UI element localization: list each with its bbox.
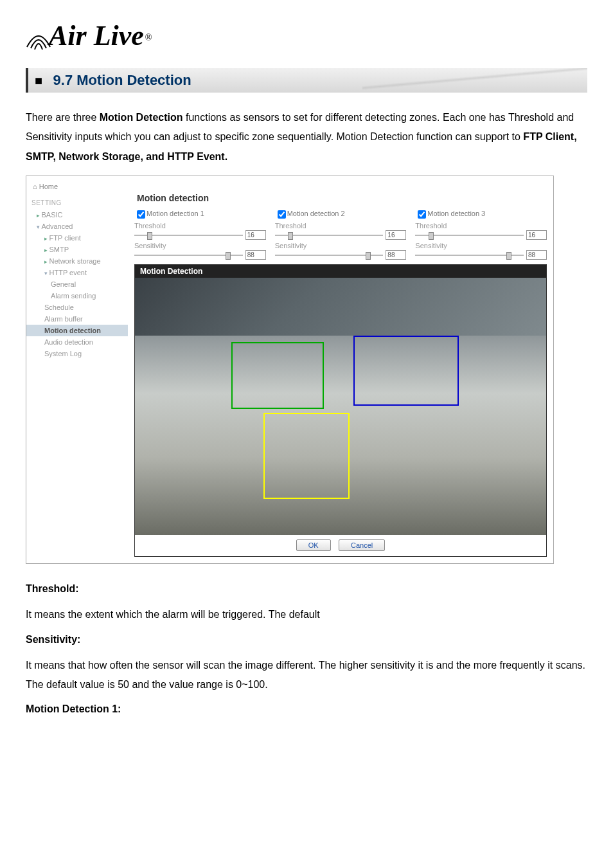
motion3-sensitivity-label: Sensitivity — [415, 242, 547, 249]
section-title: 9.7 Motion Detection — [53, 72, 191, 88]
threshold-heading: Threshold: — [26, 583, 587, 595]
registered-icon: ® — [145, 33, 152, 43]
sidebar-item-motion-detection[interactable]: Motion detection — [26, 325, 128, 336]
sidebar-item-basic[interactable]: BASIC — [26, 209, 128, 221]
motion3-threshold-value[interactable]: 16 — [526, 230, 547, 240]
sensitivity-text: It means that how often the sensor will … — [26, 656, 587, 695]
preview-title: Motion Detection — [135, 265, 546, 278]
motion1-threshold-label: Threshold — [134, 222, 266, 230]
sidebar-item-http-event[interactable]: HTTP event — [26, 267, 128, 278]
motion1-sensitivity-value[interactable]: 88 — [245, 250, 266, 260]
detection-zone-3[interactable] — [263, 413, 350, 499]
motion2-threshold-label: Threshold — [275, 222, 407, 230]
sidebar-item-alarm-sending[interactable]: Alarm sending — [26, 290, 128, 302]
motion-col-3: Motion detection 3 Threshold 16 Sensitiv… — [415, 208, 547, 262]
motion1-threshold-slider[interactable] — [134, 235, 243, 236]
sidebar-item-schedule[interactable]: Schedule — [26, 302, 128, 313]
sidebar-item-system-log[interactable]: System Log — [26, 348, 128, 359]
motion1-label: Motion detection 1 — [147, 210, 204, 218]
section-header: 9.7 Motion Detection — [26, 68, 587, 93]
main-title: Motion detection — [134, 180, 547, 208]
main-panel: Motion detection Motion detection 1 Thre… — [128, 176, 553, 563]
detection-zone-2[interactable] — [353, 336, 459, 406]
sensitivity-heading: Sensitivity: — [26, 634, 587, 646]
motion3-sensitivity-slider[interactable] — [415, 255, 524, 256]
logo-text: Air Live — [49, 19, 144, 52]
motion-col-2: Motion detection 2 Threshold 16 Sensitiv… — [275, 208, 407, 262]
intro-text-a: There are three — [26, 112, 100, 123]
motion2-sensitivity-value[interactable]: 88 — [386, 250, 406, 260]
sidebar-item-alarm-buffer[interactable]: Alarm buffer — [26, 313, 128, 325]
motion3-threshold-slider[interactable] — [415, 235, 524, 236]
sidebar: Home SETTING BASIC Advanced FTP client S… — [26, 176, 128, 563]
motion1-sensitivity-label: Sensitivity — [134, 242, 266, 249]
camera-preview[interactable] — [135, 278, 546, 535]
sidebar-item-network-storage[interactable]: Network storage — [26, 255, 128, 267]
motion3-label: Motion detection 3 — [427, 210, 485, 218]
motion3-checkbox[interactable] — [418, 210, 426, 219]
motion-settings-row: Motion detection 1 Threshold 16 Sensitiv… — [134, 208, 547, 262]
cancel-button[interactable]: Cancel — [339, 539, 385, 551]
motion2-label: Motion detection 2 — [287, 210, 345, 218]
preview-ceiling — [135, 278, 546, 336]
logo: Air Live ® — [26, 19, 587, 52]
sidebar-item-advanced[interactable]: Advanced — [26, 221, 128, 232]
header-decoration — [362, 68, 587, 93]
wifi-arcs-icon — [26, 26, 51, 48]
home-link[interactable]: Home — [26, 180, 128, 197]
sidebar-heading: SETTING — [26, 197, 128, 209]
sidebar-item-ftp-client[interactable]: FTP client — [26, 232, 128, 244]
motion1-heading: Motion Detection 1: — [26, 703, 587, 715]
preview-buttons: OK Cancel — [135, 535, 546, 556]
motion2-sensitivity-slider[interactable] — [275, 255, 384, 256]
motion2-threshold-slider[interactable] — [275, 235, 384, 236]
motion3-sensitivity-value[interactable]: 88 — [526, 250, 547, 260]
motion2-checkbox[interactable] — [278, 210, 286, 219]
motion1-threshold-value[interactable]: 16 — [245, 230, 266, 240]
motion1-checkbox[interactable] — [137, 210, 145, 219]
settings-ui-screenshot: Home SETTING BASIC Advanced FTP client S… — [26, 176, 554, 564]
motion3-threshold-label: Threshold — [415, 222, 547, 230]
sidebar-item-smtp[interactable]: SMTP — [26, 244, 128, 255]
intro-paragraph: There are three Motion Detection functio… — [26, 108, 587, 167]
ok-button[interactable]: OK — [296, 539, 331, 551]
detection-zone-1[interactable] — [231, 342, 324, 409]
motion-col-1: Motion detection 1 Threshold 16 Sensitiv… — [134, 208, 266, 262]
sidebar-item-audio-detection[interactable]: Audio detection — [26, 336, 128, 348]
motion2-threshold-value[interactable]: 16 — [386, 230, 406, 240]
threshold-text: It means the extent which the alarm will… — [26, 605, 587, 624]
intro-bold-1: Motion Detection — [100, 112, 183, 123]
motion1-sensitivity-slider[interactable] — [134, 255, 243, 256]
sidebar-item-general[interactable]: General — [26, 278, 128, 290]
motion2-sensitivity-label: Sensitivity — [275, 242, 407, 249]
preview-panel: Motion Detection OK Cancel — [134, 264, 547, 557]
